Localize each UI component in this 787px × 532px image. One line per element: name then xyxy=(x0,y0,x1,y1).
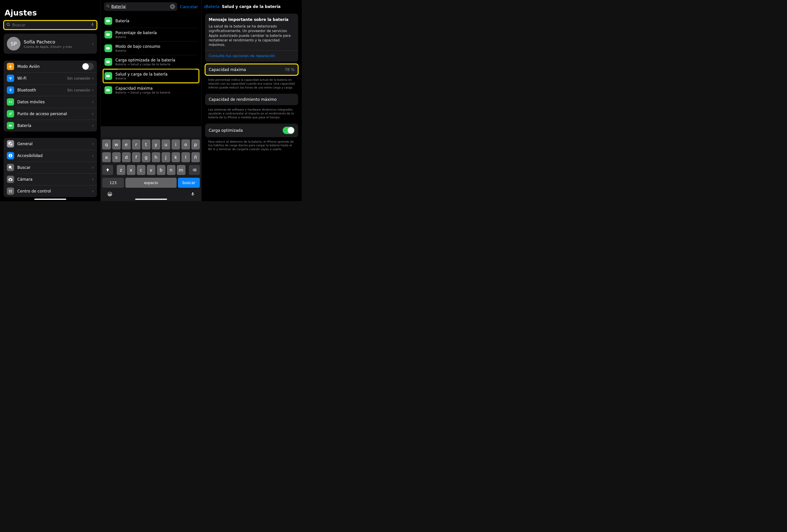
result-title: Salud y carga de la batería xyxy=(115,72,168,77)
key-d[interactable]: d xyxy=(122,152,131,162)
key-u[interactable]: u xyxy=(162,140,170,149)
key-w[interactable]: w xyxy=(112,140,121,149)
home-indicator[interactable] xyxy=(34,199,66,200)
svg-rect-22 xyxy=(110,61,110,63)
search-result[interactable]: Carga optimizada de la bateríaBatería → … xyxy=(101,55,201,69)
result-title: Capacidad máxima xyxy=(115,86,170,90)
key-b[interactable]: b xyxy=(157,165,166,175)
svg-rect-3 xyxy=(9,125,12,127)
search-field-active[interactable]: Batería ✕ xyxy=(104,2,177,11)
message-title: Mensaje importante sobre la batería xyxy=(209,17,295,22)
max-capacity-row[interactable]: Capacidad máxima 78 % xyxy=(205,64,298,75)
settings-row-batería[interactable]: Batería› xyxy=(4,120,97,131)
svg-point-13 xyxy=(107,5,109,7)
keyboard-suggestions[interactable] xyxy=(101,129,201,138)
key-r[interactable]: r xyxy=(132,140,141,149)
battery-icon xyxy=(7,122,14,129)
chevron-right-icon: › xyxy=(92,153,94,158)
optimized-charging-label: Carga optimizada xyxy=(209,128,283,133)
account-name: Sofía Pacheco xyxy=(24,39,92,45)
key-p[interactable]: p xyxy=(191,140,200,149)
key-m[interactable]: m xyxy=(177,165,186,175)
key-q[interactable]: q xyxy=(102,140,111,149)
camera-icon xyxy=(7,176,14,183)
svg-rect-18 xyxy=(110,34,110,35)
row-label: Batería xyxy=(17,123,92,128)
settings-row-buscar[interactable]: Buscar› xyxy=(4,162,97,173)
key-y[interactable]: y xyxy=(152,140,161,149)
toggle[interactable] xyxy=(82,63,94,70)
search-key[interactable]: buscar xyxy=(178,178,200,188)
numbers-key[interactable]: 123 xyxy=(102,178,124,188)
row-value: Sin conexión xyxy=(67,88,90,92)
settings-row-cámara[interactable]: Cámara› xyxy=(4,173,97,185)
antenna-icon xyxy=(7,98,14,106)
settings-row-wi-fi[interactable]: Wi-FiSin conexión› xyxy=(4,72,97,84)
key-n[interactable]: n xyxy=(167,165,175,175)
search-result[interactable]: Modo de bajo consumoBatería xyxy=(101,41,201,55)
key-ñ[interactable]: ñ xyxy=(191,152,200,162)
emoji-key[interactable]: 😀 xyxy=(107,191,112,198)
apple-account-row[interactable]: SP Sofía Pacheco Cuenta de Apple, iCloud… xyxy=(4,34,97,54)
space-key[interactable]: espacio xyxy=(125,178,177,188)
peak-performance-row[interactable]: Capacidad de rendimiento máximo xyxy=(205,94,298,105)
settings-row-general[interactable]: General› xyxy=(4,138,97,150)
key-z[interactable]: z xyxy=(117,165,125,175)
svg-rect-21 xyxy=(106,61,110,63)
key-s[interactable]: s xyxy=(112,152,121,162)
key-i[interactable]: i xyxy=(172,140,180,149)
row-value: Sin conexión xyxy=(67,76,90,81)
key-e[interactable]: e xyxy=(122,140,131,149)
svg-rect-26 xyxy=(110,90,110,91)
settings-row-modo-avión[interactable]: Modo Avión xyxy=(4,61,97,72)
result-title: Porcentaje de batería xyxy=(115,30,157,35)
key-t[interactable]: t xyxy=(142,140,150,149)
svg-point-0 xyxy=(7,23,9,25)
max-capacity-footnote: Este porcentaje indica la capacidad actu… xyxy=(201,77,302,94)
clear-search-icon[interactable]: ✕ xyxy=(170,4,175,9)
cancel-button[interactable]: Cancelar xyxy=(180,4,198,9)
search-result[interactable]: Capacidad máximaBatería → Salud y carga … xyxy=(101,83,201,97)
key-g[interactable]: g xyxy=(142,152,150,162)
key-c[interactable]: c xyxy=(137,165,145,175)
settings-row-bluetooth[interactable]: BluetoothSin conexión› xyxy=(4,84,97,96)
keyboard[interactable]: qwertyuiop asdfghjklñ zxcvbnm 123 espaci… xyxy=(101,126,201,201)
shift-key[interactable] xyxy=(102,165,113,175)
settings-row-accesibilidad[interactable]: Accesibilidad› xyxy=(4,150,97,162)
search-results-pane: Batería ✕ Cancelar BateríaPorcentaje de … xyxy=(101,0,201,201)
search-result[interactable]: Porcentaje de bateríaBatería xyxy=(101,28,201,41)
optimized-charging-toggle[interactable] xyxy=(283,127,295,134)
svg-rect-24 xyxy=(110,76,110,77)
search-result[interactable]: Salud y carga de la bateríaBatería xyxy=(103,69,199,83)
settings-row-centro-de-control[interactable]: Centro de control› xyxy=(4,185,97,197)
search-input[interactable] xyxy=(12,23,90,27)
backspace-key[interactable] xyxy=(189,165,200,175)
key-a[interactable]: a xyxy=(102,152,111,162)
key-l[interactable]: l xyxy=(182,152,190,162)
back-label: Batería xyxy=(206,4,219,9)
search-result[interactable]: Batería xyxy=(101,14,201,28)
key-f[interactable]: f xyxy=(132,152,141,162)
gear-icon xyxy=(7,140,14,147)
mic-icon[interactable] xyxy=(90,22,94,28)
page-title: Ajustes xyxy=(0,0,101,20)
dictation-key[interactable] xyxy=(191,191,195,198)
home-indicator[interactable] xyxy=(135,199,167,200)
key-k[interactable]: k xyxy=(172,152,180,162)
search-field[interactable] xyxy=(4,20,97,29)
airplane-icon xyxy=(7,63,14,70)
key-v[interactable]: v xyxy=(147,165,155,175)
key-j[interactable]: j xyxy=(162,152,170,162)
repair-options-link[interactable]: Consulta tus opciones de reparación xyxy=(209,54,275,58)
key-h[interactable]: h xyxy=(152,152,161,162)
key-x[interactable]: x xyxy=(127,165,135,175)
settings-row-punto-de-acceso-personal[interactable]: Punto de acceso personal› xyxy=(4,108,97,120)
control-icon xyxy=(7,188,14,195)
chevron-right-icon: › xyxy=(92,100,94,104)
key-o[interactable]: o xyxy=(182,140,190,149)
back-button[interactable]: ‹ Batería xyxy=(204,3,220,10)
settings-row-datos-móviles[interactable]: Datos móviles› xyxy=(4,96,97,108)
optimized-charging-row[interactable]: Carga optimizada xyxy=(205,124,298,137)
chevron-right-icon: › xyxy=(92,189,94,194)
result-title: Modo de bajo consumo xyxy=(115,44,160,49)
